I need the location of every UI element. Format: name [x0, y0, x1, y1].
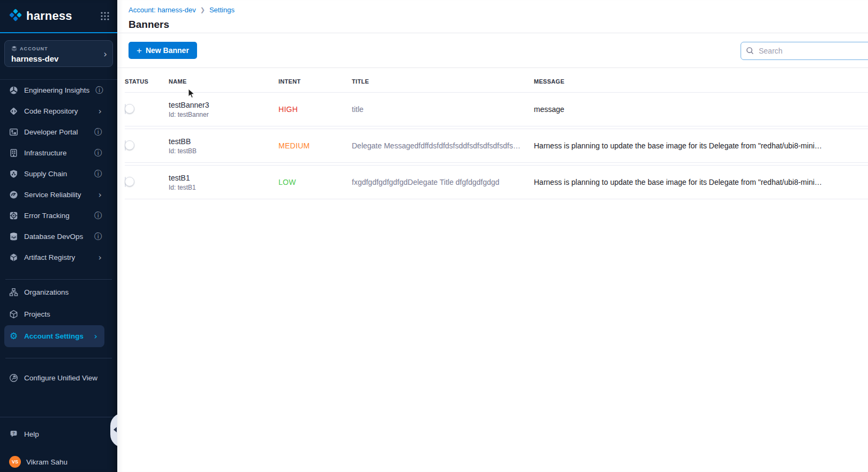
page: harness ACCOUNT: [0, 0, 868, 472]
banner-message: Harness is planning to update the base i…: [534, 178, 868, 186]
sidebar-item-configure-unified-view[interactable]: Configure Unified View: [0, 368, 109, 388]
sidebar-item-projects[interactable]: Projects: [0, 303, 109, 325]
page-header: Account: harness-dev ❯ Settings Banners: [117, 0, 868, 33]
account-label: ACCOUNT: [20, 46, 48, 51]
collapse-arrow-icon: [114, 427, 117, 432]
sidebar-item-artifact-registry[interactable]: Artifact Registry ›: [0, 247, 109, 268]
banner-title: fxgdfgdfgdfgdfgdDelegate Title dfgfdgdfg…: [352, 178, 534, 186]
column-header-message: MESSAGE: [534, 78, 868, 85]
banner-status-toggle[interactable]: [125, 104, 126, 114]
sidebar-item-service-reliability[interactable]: Service Reliability ›: [0, 184, 109, 205]
banner-status-toggle[interactable]: [125, 177, 126, 187]
search-icon: [746, 47, 754, 55]
help-chat-icon: ?: [9, 430, 18, 439]
banner-status-toggle[interactable]: [125, 140, 126, 151]
table-row[interactable]: testBanner3 Id: testBanner HIGH title me…: [125, 92, 868, 126]
help-button[interactable]: ? Help: [0, 424, 109, 444]
banner-title: Delegate Messagedfdffdsfdfdsfsddfsdfsdfs…: [352, 141, 534, 150]
banner-name: testBB: [169, 137, 278, 146]
banners-table: STATUS NAME INTENT TITLE MESSAGE testBan…: [117, 68, 868, 199]
info-icon[interactable]: ⓘ: [95, 86, 103, 95]
breadcrumb-settings-link[interactable]: Settings: [209, 6, 235, 14]
chevron-right-icon: ›: [99, 106, 102, 116]
developer-portal-icon: [9, 128, 18, 137]
sidebar-footer: ? Help VS Vikram Sahu: [0, 417, 117, 472]
sidebar-item-supply-chain[interactable]: Supply Chain ⓘ: [0, 163, 109, 184]
main-content: Account: harness-dev ❯ Settings Banners …: [117, 0, 868, 472]
chevron-right-icon: ›: [94, 331, 97, 341]
app-grid-icon[interactable]: [100, 11, 110, 21]
column-header-status: STATUS: [125, 78, 169, 85]
info-icon[interactable]: ⓘ: [94, 169, 102, 179]
search-input[interactable]: [741, 42, 868, 60]
avatar: VS: [9, 456, 21, 468]
supply-chain-icon: [9, 169, 18, 178]
projects-icon: [9, 310, 18, 319]
sidebar-item-organizations[interactable]: Organizations: [0, 281, 109, 303]
sidebar-item-engineering-insights[interactable]: Engineering Insights ⓘ: [0, 80, 109, 101]
sidebar: harness ACCOUNT: [0, 0, 117, 472]
brand-text: harness: [26, 9, 72, 23]
account-name: harness-dev: [11, 54, 103, 63]
user-profile[interactable]: VS Vikram Sahu: [0, 452, 117, 472]
sidebar-divider: [5, 358, 112, 358]
banner-id: Id: testBanner: [169, 111, 278, 118]
code-repository-icon: [9, 107, 18, 116]
organizations-icon: [9, 288, 18, 297]
column-header-title: TITLE: [352, 78, 534, 85]
chevron-right-icon: ›: [99, 252, 102, 263]
toolbar: + New Banner: [117, 33, 868, 68]
breadcrumb: Account: harness-dev ❯ Settings: [129, 6, 868, 14]
intent-badge: MEDIUM: [278, 141, 352, 150]
banner-message: Harness is planning to update the base i…: [534, 141, 868, 150]
banner-message: message: [534, 105, 868, 114]
breadcrumb-account-link[interactable]: Account: harness-dev: [129, 6, 196, 14]
infrastructure-icon: [9, 148, 18, 158]
new-banner-button[interactable]: + New Banner: [129, 42, 197, 59]
engineering-insights-icon: [9, 86, 18, 95]
database-devops-icon: [9, 232, 18, 241]
banner-name: testB1: [169, 174, 278, 182]
error-tracking-icon: [9, 211, 18, 220]
intent-badge: LOW: [278, 178, 352, 186]
sidebar-item-code-repository[interactable]: Code Repository ›: [0, 101, 109, 122]
intent-badge: HIGH: [278, 105, 352, 114]
user-name: Vikram Sahu: [26, 458, 67, 466]
search-box: [741, 42, 868, 60]
svg-text:?: ?: [12, 431, 15, 436]
gear-icon: ⚙: [9, 332, 18, 341]
harness-logo-icon: [9, 8, 22, 24]
plus-icon: +: [137, 46, 142, 55]
sidebar-item-account-settings[interactable]: ⚙ Account Settings ›: [4, 325, 104, 347]
wrench-circle-icon: [9, 373, 18, 383]
info-icon[interactable]: ⓘ: [94, 148, 102, 158]
info-icon[interactable]: ⓘ: [94, 128, 102, 137]
banner-id: Id: testBB: [169, 147, 278, 155]
info-icon[interactable]: ⓘ: [94, 232, 102, 242]
harness-logo[interactable]: harness: [9, 8, 100, 24]
table-row[interactable]: testBB Id: testBB MEDIUM Delegate Messag…: [125, 129, 868, 163]
sidebar-divider: [5, 279, 112, 280]
table-header-row: STATUS NAME INTENT TITLE MESSAGE: [125, 68, 868, 92]
table-row[interactable]: testB1 Id: testB1 LOW fxgdfgdfgdfgdfgdDe…: [125, 165, 868, 199]
sidebar-item-database-devops[interactable]: Database DevOps ⓘ: [0, 226, 109, 247]
account-scope-selector[interactable]: ACCOUNT harness-dev ›: [4, 40, 113, 67]
service-reliability-icon: [9, 190, 18, 199]
sidebar-item-infrastructure[interactable]: Infrastructure ⓘ: [0, 143, 109, 163]
breadcrumb-separator-icon: ❯: [200, 6, 205, 13]
column-header-name: NAME: [169, 78, 278, 85]
chevron-right-icon: ›: [103, 50, 107, 59]
banner-name: testBanner3: [169, 101, 278, 109]
sidebar-item-developer-portal[interactable]: Developer Portal ⓘ: [0, 122, 109, 143]
column-header-intent: INTENT: [278, 78, 352, 85]
artifact-registry-icon: [9, 253, 18, 262]
layers-icon: [11, 46, 17, 53]
info-icon[interactable]: ⓘ: [94, 211, 102, 221]
sidebar-item-error-tracking[interactable]: Error Tracking ⓘ: [0, 205, 109, 226]
chevron-right-icon: ›: [99, 190, 102, 200]
page-title: Banners: [129, 19, 868, 31]
banner-id: Id: testB1: [169, 184, 278, 191]
banner-title: title: [352, 105, 534, 114]
sidebar-header: harness: [0, 0, 117, 33]
